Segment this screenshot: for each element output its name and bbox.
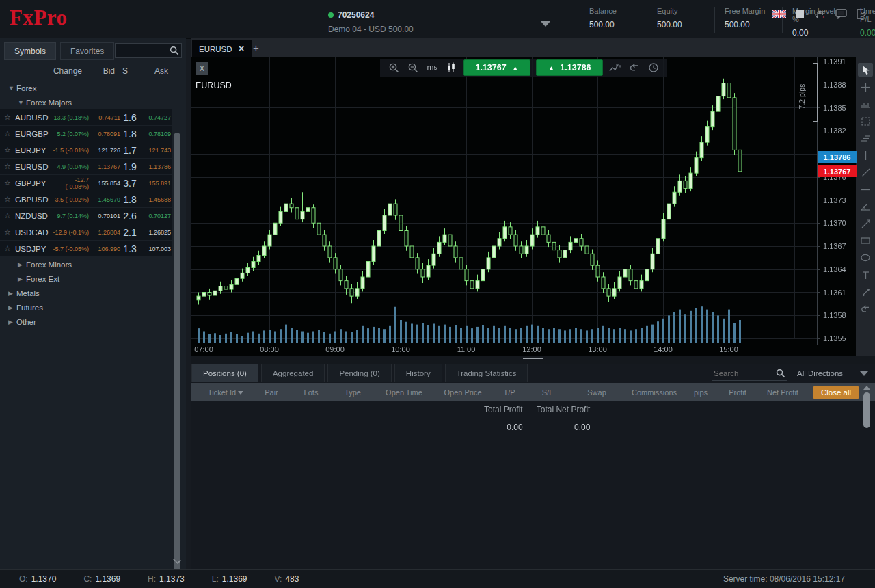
hand-cursor-icon[interactable]: x <box>813 8 827 19</box>
new-chart-tab-button[interactable]: + <box>246 40 266 55</box>
tree-group-forex-ext[interactable]: ▶Forex Ext <box>0 271 172 286</box>
sidebar-tab-favorites[interactable]: Favorites <box>60 42 114 60</box>
tree-collapsed-icon[interactable]: ▶ <box>8 319 16 325</box>
sidebar-scroll-down-icon[interactable] <box>172 555 182 562</box>
clock-icon[interactable] <box>647 61 660 75</box>
timeframe-selector[interactable]: m5 <box>425 61 439 75</box>
symbol-ask[interactable]: 0.70127 <box>139 213 171 219</box>
tree-group-forex[interactable]: ▼Forex <box>0 81 172 95</box>
column-header-open-time[interactable]: Open Time <box>375 388 433 397</box>
tree-group-metals[interactable]: ▶Metals <box>0 286 172 300</box>
sidebar-scrollbar[interactable] <box>174 82 180 588</box>
symbol-ask[interactable]: 0.78109 <box>139 131 171 137</box>
price-chart-canvas[interactable] <box>191 57 856 356</box>
symbol-ask[interactable]: 1.45688 <box>139 196 171 203</box>
symbol-search[interactable] <box>115 43 182 58</box>
column-header-s-l[interactable]: S/L <box>526 388 569 397</box>
symbol-row-audusd[interactable]: ☆AUDUSD13.3 (0.18%)0.747111.60.74727 <box>0 109 172 125</box>
symbol-search-input[interactable] <box>116 46 170 55</box>
tree-collapsed-icon[interactable]: ▶ <box>18 261 26 268</box>
symbol-ask[interactable]: 1.26825 <box>139 229 171 236</box>
col-spread[interactable]: S <box>115 66 135 76</box>
rectangle-icon[interactable] <box>858 234 873 248</box>
positions-scrollbar[interactable] <box>863 384 871 562</box>
panel-splitter[interactable] <box>191 356 875 364</box>
tree-group-futures[interactable]: ▶Futures <box>0 300 172 315</box>
cursor-icon[interactable] <box>858 63 873 77</box>
panel-tab-trading-statistics[interactable]: Trading Statistics <box>445 364 528 382</box>
sidebar-tab-symbols[interactable]: Symbols <box>4 42 56 60</box>
tree-group-forex-minors[interactable]: ▶Forex Minors <box>0 257 172 271</box>
favorite-star-icon[interactable]: ☆ <box>4 113 15 122</box>
column-header-pair[interactable]: Pair <box>252 388 291 397</box>
search-icon[interactable] <box>170 46 179 55</box>
symbol-bid[interactable]: 0.78091 <box>89 131 120 137</box>
crosshair-icon[interactable] <box>858 80 873 94</box>
col-change[interactable]: Change <box>0 66 82 76</box>
favorite-star-icon[interactable]: ☆ <box>4 228 15 237</box>
favorite-star-icon[interactable]: ☆ <box>4 211 15 220</box>
workspace-icon[interactable] <box>793 8 807 19</box>
positions-search-input[interactable] <box>712 369 776 378</box>
favorite-star-icon[interactable]: ☆ <box>4 195 15 204</box>
positions-search[interactable] <box>712 366 788 381</box>
symbol-bid[interactable]: 106.990 <box>89 245 120 252</box>
col-ask[interactable]: Ask <box>135 66 168 76</box>
tree-collapsed-icon[interactable]: ▶ <box>8 290 16 297</box>
sidebar-scrollbar-thumb[interactable] <box>174 133 180 587</box>
zoom-in-icon[interactable] <box>387 61 401 75</box>
zoom-out-icon[interactable] <box>406 61 420 75</box>
symbol-ask[interactable]: 107.003 <box>139 245 171 252</box>
column-header-open-price[interactable]: Open Price <box>433 388 492 397</box>
chart-tab-eurusd[interactable]: EURUSD ✕ <box>192 40 252 57</box>
column-header-net-profit[interactable]: Net Profit <box>757 388 808 397</box>
column-header-type[interactable]: Type <box>331 388 375 397</box>
symbol-bid[interactable]: 1.26804 <box>89 229 120 236</box>
zoom-region-icon[interactable] <box>858 114 873 128</box>
tree-expanded-icon[interactable]: ▼ <box>18 99 26 106</box>
close-all-button[interactable]: Close all <box>813 386 859 399</box>
chat-icon[interactable] <box>834 8 848 19</box>
symbol-row-usdjpy[interactable]: ☆USDJPY-5.7 (-0.05%)106.9901.3107.003 <box>0 241 172 256</box>
symbol-ask[interactable]: 0.74727 <box>139 114 171 121</box>
tree-collapsed-icon[interactable]: ▶ <box>18 276 26 282</box>
sell-button[interactable]: 1.13767 ▲ <box>463 59 530 76</box>
favorite-star-icon[interactable]: ☆ <box>4 162 15 171</box>
symbol-bid[interactable]: 1.45670 <box>89 196 120 203</box>
symbol-row-usdcad[interactable]: ☆USDCAD-12.9 (-0.1%)1.268042.11.26825 <box>0 224 172 240</box>
symbol-row-nzdusd[interactable]: ☆NZDUSD9.7 (0.14%)0.701012.60.70127 <box>0 208 172 224</box>
panel-tab-pending-0[interactable]: Pending (0) <box>327 364 391 382</box>
col-bid[interactable]: Bid <box>82 66 115 76</box>
symbol-ask[interactable]: 121.743 <box>139 147 171 154</box>
undo-icon[interactable] <box>628 61 641 75</box>
column-header-ticket-id[interactable]: Ticket Id <box>191 388 252 397</box>
favorite-star-icon[interactable]: ☆ <box>4 244 15 253</box>
buy-button[interactable]: ▲ 1.13786 <box>536 59 603 76</box>
tree-group-forex-majors[interactable]: ▼Forex Majors <box>0 95 172 109</box>
symbol-row-gbpusd[interactable]: ☆GBPUSD-3.5 (-0.02%)1.456701.81.45688 <box>0 191 172 207</box>
tree-group-other[interactable]: ▶Other <box>0 315 172 329</box>
positions-scrollbar-thumb[interactable] <box>863 392 870 428</box>
account-dropdown-icon[interactable] <box>540 21 551 27</box>
panel-tab-history[interactable]: History <box>394 364 442 382</box>
column-header-commissions[interactable]: Commissions <box>625 388 684 397</box>
horizontal-line-icon[interactable] <box>858 183 873 196</box>
favorite-star-icon[interactable]: ☆ <box>4 146 15 155</box>
pencil-icon[interactable] <box>858 285 873 299</box>
favorite-star-icon[interactable]: ☆ <box>4 178 15 187</box>
symbol-row-eurgbp[interactable]: ☆EURGBP5.2 (0.07%)0.780911.80.78109 <box>0 126 172 142</box>
symbol-bid[interactable]: 155.854 <box>89 180 120 187</box>
trend-line-icon[interactable] <box>858 165 873 179</box>
column-header-swap[interactable]: Swap <box>569 388 625 397</box>
symbol-row-eurusd[interactable]: ☆EURUSD4.9 (0.04%)1.137671.91.13786 <box>0 159 172 174</box>
uk-flag-icon[interactable] <box>772 8 786 19</box>
undo-icon[interactable] <box>858 302 873 316</box>
chart-tab-close-icon[interactable]: ✕ <box>239 44 245 53</box>
symbol-row-gbpjpy[interactable]: ☆GBPJPY-12.7 (-0.08%)155.8543.7155.891 <box>0 175 172 191</box>
search-icon[interactable] <box>776 369 785 378</box>
ellipse-icon[interactable] <box>858 251 873 265</box>
chart-collapse-button[interactable]: X <box>196 62 208 75</box>
symbol-bid[interactable]: 121.726 <box>89 147 120 154</box>
text-icon[interactable] <box>858 268 873 282</box>
symbol-row-eurjpy[interactable]: ☆EURJPY-1.5 (-0.01%)121.7261.7121.743 <box>0 142 172 158</box>
